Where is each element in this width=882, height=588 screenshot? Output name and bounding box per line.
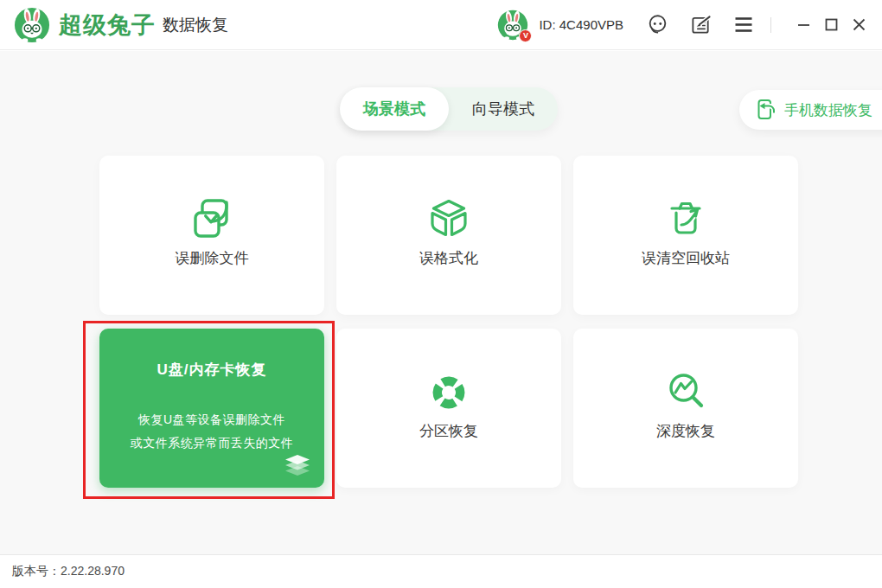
- card-label: 误删除文件: [176, 248, 249, 268]
- phone-button-label: 手机数据恢复: [784, 100, 872, 120]
- customer-service-icon[interactable]: [646, 14, 668, 36]
- card-label: 分区恢复: [419, 421, 478, 441]
- card-deleted-files[interactable]: 误删除文件: [99, 156, 324, 315]
- scenario-grid: 误删除文件 误格式化: [99, 156, 798, 488]
- trash-restore-icon: [662, 195, 710, 244]
- vip-badge: V: [519, 29, 532, 42]
- titlebar-separator: [770, 17, 771, 33]
- card-label: 误清空回收站: [642, 248, 730, 268]
- maximize-button[interactable]: [821, 16, 840, 35]
- partition-icon: [425, 368, 473, 417]
- titlebar: 超级兔子 数据恢复: [0, 0, 882, 50]
- tab-scene-mode[interactable]: 场景模式: [340, 87, 449, 131]
- card-deep-recovery[interactable]: 深度恢复: [573, 329, 798, 488]
- card-label: 深度恢复: [656, 421, 715, 441]
- tab-wizard-mode[interactable]: 向导模式: [449, 87, 558, 131]
- deep-scan-icon: [662, 368, 710, 417]
- cube-icon: [425, 195, 473, 244]
- restore-file-icon: [188, 195, 236, 244]
- main-area: 场景模式 向导模式 手机数据恢复: [0, 51, 882, 554]
- feedback-icon[interactable]: [689, 14, 712, 36]
- card-partition-recovery[interactable]: 分区恢复: [336, 329, 561, 488]
- version-text: 版本号：2.22.28.970: [12, 564, 125, 579]
- user-avatar[interactable]: V: [497, 10, 528, 41]
- card-label: 误格式化: [419, 248, 478, 268]
- minimize-button[interactable]: [794, 16, 813, 35]
- card-usb-recovery[interactable]: U盘/内存卡恢复 恢复U盘等设备误删除文件 或文件系统异常而丢失的文件: [99, 329, 324, 488]
- menu-icon[interactable]: [732, 14, 755, 36]
- rabbit-logo-icon: [14, 7, 50, 43]
- usb-desc-line1: 恢复U盘等设备误删除文件: [131, 408, 294, 431]
- app-subtitle: 数据恢复: [163, 14, 228, 36]
- card-formatted[interactable]: 误格式化: [336, 156, 561, 315]
- close-button[interactable]: [849, 16, 868, 35]
- user-id: ID: 4C490VPB: [539, 17, 623, 32]
- footer: 版本号：2.22.28.970: [0, 554, 882, 588]
- usb-card-description: 恢复U盘等设备误删除文件 或文件系统异常而丢失的文件: [131, 408, 294, 455]
- brand: 超级兔子 数据恢复: [14, 7, 228, 43]
- mode-tabs: 场景模式 向导模式: [340, 87, 558, 131]
- layers-icon: [283, 454, 312, 478]
- phone-data-recovery-button[interactable]: 手机数据恢复: [739, 90, 882, 130]
- card-recycle-bin[interactable]: 误清空回收站: [573, 156, 798, 315]
- usb-card-title: U盘/内存卡恢复: [157, 360, 267, 380]
- phone-recovery-icon: [755, 99, 777, 121]
- titlebar-actions: V ID: 4C490VPB: [497, 10, 868, 41]
- usb-desc-line2: 或文件系统异常而丢失的文件: [131, 431, 294, 455]
- app-window: 超级兔子 数据恢复: [0, 0, 882, 588]
- app-title: 超级兔子: [59, 10, 156, 41]
